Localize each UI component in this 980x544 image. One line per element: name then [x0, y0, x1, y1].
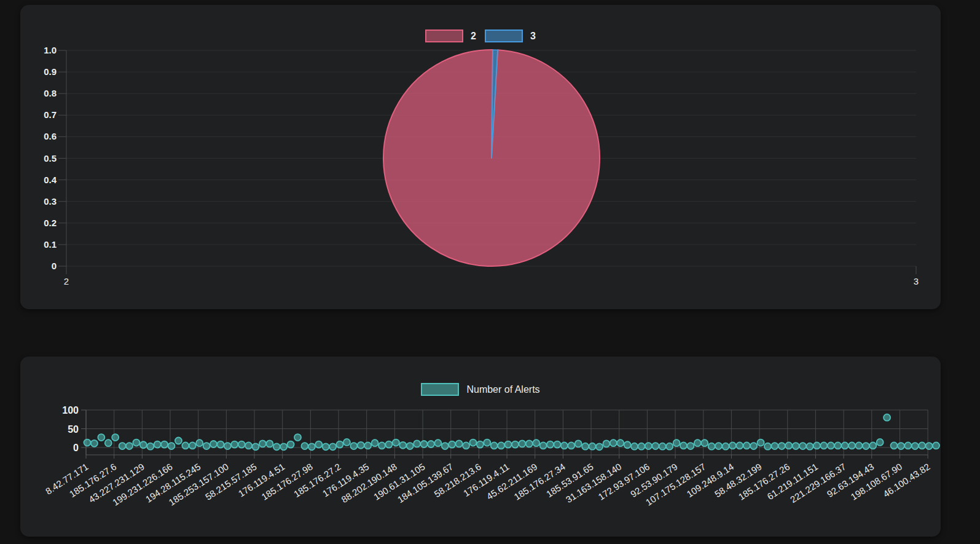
scatter-point[interactable]	[203, 443, 210, 449]
scatter-point[interactable]	[161, 441, 168, 448]
scatter-point[interactable]	[315, 441, 322, 448]
scatter-point[interactable]	[126, 443, 133, 449]
scatter-point[interactable]	[259, 440, 266, 447]
scatter-point[interactable]	[91, 440, 98, 447]
scatter-point[interactable]	[750, 443, 757, 449]
scatter-point[interactable]	[547, 441, 554, 448]
scatter-point[interactable]	[469, 440, 476, 446]
scatter-point[interactable]	[673, 440, 680, 446]
scatter-point[interactable]	[807, 443, 813, 450]
scatter-point[interactable]	[407, 443, 414, 449]
scatter-point[interactable]	[238, 441, 245, 448]
scatter-point[interactable]	[926, 443, 933, 449]
scatter-point[interactable]	[582, 443, 589, 450]
scatter-point[interactable]	[652, 443, 659, 449]
scatter-point[interactable]	[904, 442, 911, 449]
scatter-point[interactable]	[217, 441, 224, 448]
scatter-point[interactable]	[484, 440, 490, 446]
scatter-point[interactable]	[112, 434, 119, 441]
scatter-point[interactable]	[147, 443, 154, 450]
scatter-point[interactable]	[294, 434, 301, 441]
scatter-point[interactable]	[631, 443, 638, 450]
scatter-point[interactable]	[568, 442, 574, 449]
scatter-point[interactable]	[715, 443, 722, 449]
scatter-point[interactable]	[231, 441, 238, 448]
scatter-point[interactable]	[898, 443, 904, 449]
scatter-point[interactable]	[329, 443, 336, 450]
scatter-point[interactable]	[603, 440, 610, 447]
scatter-point[interactable]	[477, 441, 484, 448]
scatter-point[interactable]	[540, 442, 547, 449]
scatter-point[interactable]	[105, 440, 112, 446]
scatter-point[interactable]	[659, 443, 666, 450]
scatter-point[interactable]	[785, 442, 792, 449]
scatter-point[interactable]	[771, 443, 778, 449]
scatter-point[interactable]	[813, 442, 820, 449]
scatter-point[interactable]	[799, 443, 806, 449]
scatter-point[interactable]	[526, 440, 533, 447]
scatter-point[interactable]	[554, 441, 560, 448]
scatter-point[interactable]	[428, 441, 434, 447]
scatter-point[interactable]	[456, 440, 463, 447]
scatter-point[interactable]	[337, 441, 343, 448]
scatter-point[interactable]	[119, 443, 126, 449]
scatter-point[interactable]	[575, 440, 582, 447]
scatter-point[interactable]	[308, 443, 315, 450]
scatter-point[interactable]	[778, 443, 785, 449]
scatter-point[interactable]	[519, 440, 525, 447]
scatter-point[interactable]	[820, 442, 827, 449]
scatter-point[interactable]	[863, 443, 869, 449]
scatter-point[interactable]	[884, 414, 890, 421]
scatter-point[interactable]	[358, 442, 364, 449]
scatter-point[interactable]	[196, 440, 203, 446]
scatter-point[interactable]	[764, 443, 771, 450]
scatter-point[interactable]	[414, 440, 420, 447]
scatter-point[interactable]	[512, 441, 519, 448]
scatter-point[interactable]	[687, 443, 694, 449]
scatter-point[interactable]	[743, 442, 750, 449]
scatter-point[interactable]	[280, 443, 287, 450]
scatter-point[interactable]	[505, 441, 512, 448]
scatter-point[interactable]	[869, 442, 876, 449]
scatter-point[interactable]	[589, 443, 596, 450]
scatter-point[interactable]	[442, 443, 449, 449]
scatter-point[interactable]	[350, 443, 357, 449]
scatter-point[interactable]	[245, 442, 252, 449]
scatter-point[interactable]	[210, 441, 217, 447]
scatter-point[interactable]	[98, 434, 104, 441]
scatter-point[interactable]	[133, 440, 139, 446]
scatter-point[interactable]	[736, 442, 743, 449]
scatter-point[interactable]	[624, 441, 631, 448]
scatter-point[interactable]	[343, 439, 350, 446]
scatter-point[interactable]	[84, 440, 91, 446]
scatter-point[interactable]	[638, 443, 645, 450]
scatter-point[interactable]	[189, 442, 196, 449]
scatter-point[interactable]	[842, 442, 849, 449]
scatter-point[interactable]	[758, 440, 764, 446]
scatter-point[interactable]	[610, 440, 617, 446]
scatter-point[interactable]	[378, 442, 385, 449]
scatter-point[interactable]	[175, 438, 182, 444]
scatter-point[interactable]	[399, 442, 406, 449]
scatter-point[interactable]	[834, 442, 841, 449]
scatter-point[interactable]	[855, 442, 862, 449]
scatter-point[interactable]	[154, 441, 161, 448]
scatter-point[interactable]	[449, 441, 455, 448]
scatter-point[interactable]	[140, 441, 147, 448]
scatter-point[interactable]	[301, 443, 308, 449]
scatter-point[interactable]	[849, 442, 855, 449]
scatter-point[interactable]	[708, 443, 715, 450]
scatter-point[interactable]	[596, 443, 603, 450]
scatter-point[interactable]	[729, 442, 736, 449]
scatter-point[interactable]	[828, 442, 834, 449]
scatter-point[interactable]	[722, 443, 729, 450]
scatter-point[interactable]	[891, 442, 898, 449]
scatter-point[interactable]	[182, 442, 189, 449]
scatter-point[interactable]	[533, 440, 539, 446]
scatter-point[interactable]	[372, 440, 378, 446]
scatter-point[interactable]	[168, 443, 175, 449]
scatter-point[interactable]	[694, 440, 701, 446]
scatter-point[interactable]	[463, 442, 469, 449]
scatter-point[interactable]	[434, 440, 441, 446]
scatter-point[interactable]	[912, 443, 919, 449]
